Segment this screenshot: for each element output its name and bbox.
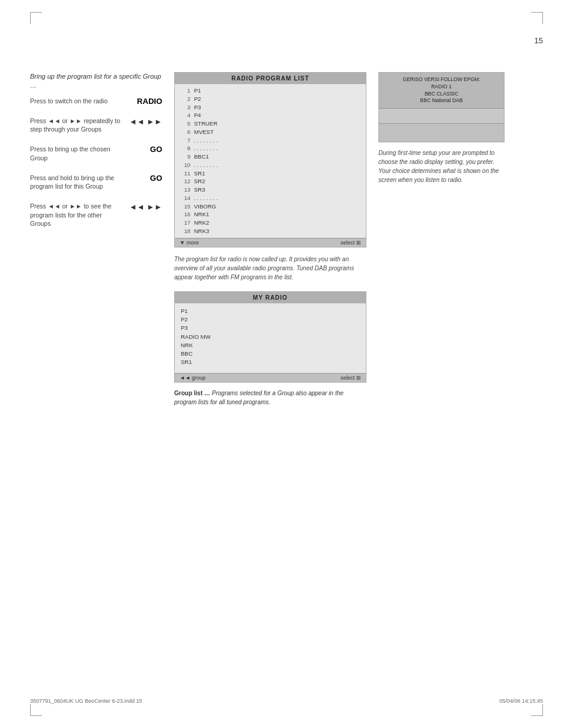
section-heading: Bring up the program list for a specific… bbox=[30, 72, 162, 91]
radio-program-list-header: RADIO PROGRAM LIST bbox=[175, 73, 366, 84]
instruction-row-1: Press ◄◄ or ►► repeatedly to step throug… bbox=[30, 117, 162, 134]
program-name-0: P1 bbox=[194, 86, 361, 95]
program-row-17: 18NRK3 bbox=[180, 227, 361, 235]
program-row-13: 14. . . . . . . . bbox=[180, 194, 361, 202]
instruction-text-4: Press ◄◄ or ►► to see the program lists … bbox=[30, 202, 124, 228]
main-content: Bring up the program list for a specific… bbox=[30, 72, 543, 410]
program-name-3: P4 bbox=[194, 111, 361, 120]
my-radio-box: MY RADIO P1P2P3RADIO MWNRKBBCSR1 ◄◄ grou… bbox=[174, 291, 366, 383]
my-radio-footer: ◄◄ group select ⊞ bbox=[175, 373, 366, 382]
program-row-8: 9BBC1 bbox=[180, 153, 361, 161]
my-radio-item-6: SR1 bbox=[181, 358, 360, 366]
display-line-3: BBC CLASSIC bbox=[425, 91, 458, 98]
instruction-row-4: Press ◄◄ or ►► to see the program lists … bbox=[30, 202, 162, 228]
program-row-3: 4P4 bbox=[180, 111, 361, 120]
program-name-14: VIBORG bbox=[194, 202, 361, 211]
radio-program-list-body: 1P12P23P34P45STRUER6MVEST7. . . . . . . … bbox=[175, 84, 366, 238]
display-box: GERISO VERSI FOLLOW EPGM: RADIO 1 BBC CL… bbox=[378, 72, 505, 142]
program-num-14: 15 bbox=[180, 202, 190, 211]
program-name-12: SR3 bbox=[194, 186, 361, 194]
instruction-label-1: ◄◄ ►► bbox=[129, 117, 162, 127]
display-line-1: GERISO VERSI FOLLOW EPGM: bbox=[403, 76, 481, 83]
instruction-row-0: Press to switch on the radioRADIO bbox=[30, 97, 162, 106]
program-name-15: NRK1 bbox=[194, 210, 361, 219]
my-radio-footer-right: select ⊞ bbox=[341, 375, 361, 381]
instructions-container: Press to switch on the radioRADIOPress ◄… bbox=[30, 97, 162, 228]
program-name-11: SR2 bbox=[194, 177, 361, 186]
program-name-16: NRK2 bbox=[194, 219, 361, 227]
instruction-label-0: RADIO bbox=[132, 97, 162, 106]
footer-right: 05/04/06 14:15:45 bbox=[499, 698, 543, 704]
display-line-2: RADIO 1 bbox=[431, 83, 452, 91]
instruction-label-4: ◄◄ ►► bbox=[129, 202, 162, 213]
display-box-top: GERISO VERSI FOLLOW EPGM: RADIO 1 BBC CL… bbox=[379, 73, 504, 109]
instruction-text-3: Press and hold to bring up the program l… bbox=[30, 174, 127, 191]
display-caption: During first-time setup your are prompte… bbox=[378, 148, 505, 184]
program-num-12: 13 bbox=[180, 186, 190, 194]
program-row-12: 13SR3 bbox=[180, 186, 361, 194]
program-row-9: 10. . . . . . . . bbox=[180, 161, 361, 169]
right-column: GERISO VERSI FOLLOW EPGM: RADIO 1 BBC CL… bbox=[378, 72, 505, 410]
footer-bar: 3507791_0604UK UG BeoCenter 6-23.indd 15… bbox=[30, 698, 543, 704]
program-name-8: BBC1 bbox=[194, 153, 361, 161]
my-radio-body: P1P2P3RADIO MWNRKBBCSR1 bbox=[175, 303, 366, 373]
program-num-15: 16 bbox=[180, 210, 190, 219]
my-radio-header: MY RADIO bbox=[175, 292, 366, 303]
program-num-5: 6 bbox=[180, 128, 190, 136]
my-radio-item-0: P1 bbox=[181, 307, 360, 315]
my-radio-item-4: NRK bbox=[181, 341, 360, 350]
program-num-16: 17 bbox=[180, 219, 190, 227]
my-radio-footer-left: ◄◄ group bbox=[180, 375, 205, 381]
program-row-14: 15VIBORG bbox=[180, 202, 361, 211]
program-name-6: . . . . . . . . bbox=[194, 136, 361, 145]
my-radio-item-5: BBC bbox=[181, 350, 360, 358]
program-num-10: 11 bbox=[180, 169, 190, 178]
program-row-11: 12SR2 bbox=[180, 177, 361, 186]
program-name-9: . . . . . . . . bbox=[194, 161, 361, 169]
program-row-15: 16NRK1 bbox=[180, 210, 361, 219]
corner-mark-bl bbox=[30, 704, 42, 716]
program-num-0: 1 bbox=[180, 86, 190, 95]
instruction-text-2: Press to bring up the chosen Group bbox=[30, 145, 127, 162]
my-radio-item-2: P3 bbox=[181, 324, 360, 332]
program-name-5: MVEST bbox=[194, 128, 361, 136]
footer-select: select ⊞ bbox=[341, 240, 361, 246]
program-row-1: 2P2 bbox=[180, 95, 361, 103]
program-name-7: . . . . . . . . bbox=[194, 144, 361, 153]
program-num-9: 10 bbox=[180, 161, 190, 169]
program-num-3: 4 bbox=[180, 111, 190, 120]
group-list-caption: Group list … Programs selected for a Gro… bbox=[174, 389, 366, 407]
program-row-4: 5STRUER bbox=[180, 120, 361, 128]
middle-column: RADIO PROGRAM LIST 1P12P23P34P45STRUER6M… bbox=[174, 72, 366, 410]
instruction-row-2: Press to bring up the chosen GroupGO bbox=[30, 145, 162, 162]
left-column: Bring up the program list for a specific… bbox=[30, 72, 162, 410]
page-number: 15 bbox=[535, 36, 543, 45]
program-num-17: 18 bbox=[180, 227, 190, 235]
radio-program-list-footer: ▼ more select ⊞ bbox=[175, 238, 366, 247]
program-row-2: 3P3 bbox=[180, 103, 361, 112]
program-num-6: 7 bbox=[180, 136, 190, 145]
my-radio-item-3: RADIO MW bbox=[181, 333, 360, 341]
program-name-10: SR1 bbox=[194, 169, 361, 178]
program-name-1: P2 bbox=[194, 95, 361, 103]
program-num-8: 9 bbox=[180, 153, 190, 161]
program-list-caption: The program list for radio is now called… bbox=[174, 255, 366, 282]
program-row-5: 6MVEST bbox=[180, 128, 361, 136]
instruction-row-3: Press and hold to bring up the program l… bbox=[30, 174, 162, 191]
footer-more: ▼ more bbox=[180, 240, 199, 246]
page: 15 Bring up the program list for a speci… bbox=[0, 0, 573, 728]
group-list-bold: Group list … bbox=[174, 390, 210, 396]
radio-program-list-box: RADIO PROGRAM LIST 1P12P23P34P45STRUER6M… bbox=[174, 72, 366, 247]
instruction-text-1: Press ◄◄ or ►► repeatedly to step throug… bbox=[30, 117, 124, 134]
program-row-0: 1P1 bbox=[180, 86, 361, 95]
instruction-text-0: Press to switch on the radio bbox=[30, 97, 127, 106]
my-radio-item-1: P2 bbox=[181, 315, 360, 324]
program-row-10: 11SR1 bbox=[180, 169, 361, 178]
program-num-13: 14 bbox=[180, 194, 190, 202]
instruction-label-3: GO bbox=[132, 174, 162, 183]
program-row-6: 7. . . . . . . . bbox=[180, 136, 361, 145]
instruction-label-2: GO bbox=[132, 145, 162, 154]
program-num-7: 8 bbox=[180, 144, 190, 153]
corner-mark-br bbox=[531, 704, 543, 716]
program-name-13: . . . . . . . . bbox=[194, 194, 361, 202]
